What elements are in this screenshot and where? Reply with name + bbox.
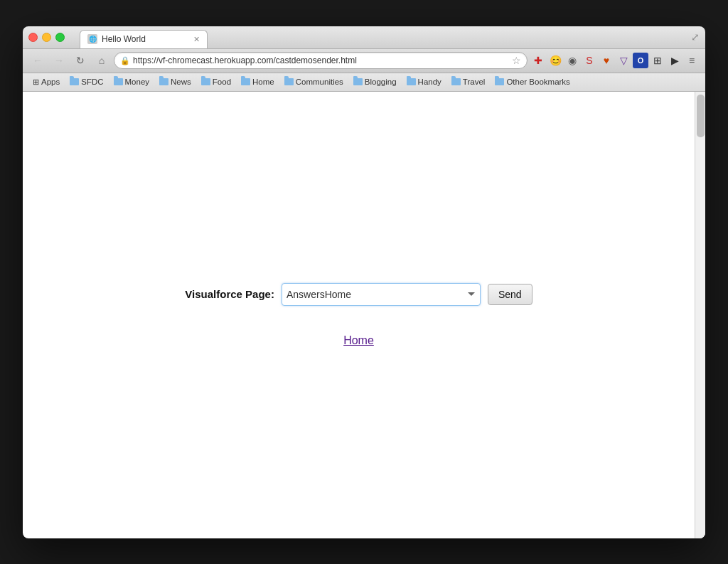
minimize-button[interactable] xyxy=(42,33,51,42)
bookmark-sfdc[interactable]: SFDC xyxy=(65,76,107,87)
url-input[interactable] xyxy=(133,55,509,65)
bookmark-sfdc-label: SFDC xyxy=(81,78,103,86)
folder-icon-money xyxy=(114,78,123,85)
star-icon[interactable]: ☆ xyxy=(512,55,521,66)
folder-icon-handy xyxy=(407,78,416,85)
bookmark-handy[interactable]: Handy xyxy=(402,76,446,87)
ext-icon-5[interactable]: ♥ xyxy=(599,53,614,68)
bookmark-money[interactable]: Money xyxy=(109,76,154,87)
tab-title: Hello World xyxy=(102,34,146,44)
apps-icon: ⊞ xyxy=(33,78,39,87)
bookmark-news-label: News xyxy=(171,78,191,86)
bookmark-travel-label: Travel xyxy=(463,78,486,86)
scrollbar-thumb xyxy=(697,95,705,137)
bookmark-handy-label: Handy xyxy=(418,78,441,86)
address-bar[interactable]: 🔒 ☆ xyxy=(114,52,528,69)
tab-area: 🌐 Hello World ✕ xyxy=(80,26,663,48)
title-bar: 🌐 Hello World ✕ ⤢ xyxy=(23,26,705,49)
send-button[interactable]: Send xyxy=(488,284,532,305)
folder-icon xyxy=(70,78,79,85)
home-link[interactable]: Home xyxy=(343,334,374,347)
ext-icon-8[interactable]: ⊞ xyxy=(650,53,665,68)
bookmark-travel[interactable]: Travel xyxy=(447,76,490,87)
bookmark-food[interactable]: Food xyxy=(197,76,235,87)
scrollbar[interactable] xyxy=(695,92,705,538)
page-content: Visualforce Page: AnswersHome AccountLis… xyxy=(23,92,705,538)
bookmark-money-label: Money xyxy=(125,78,150,86)
home-nav-button[interactable]: ⌂ xyxy=(92,51,111,70)
bookmark-communities[interactable]: Communities xyxy=(280,76,348,87)
folder-icon-other xyxy=(495,78,504,85)
cast-icon[interactable]: ▶ xyxy=(667,53,682,68)
ext-icon-4[interactable]: S xyxy=(582,53,597,68)
bookmark-home-label: Home xyxy=(252,78,274,86)
forward-button[interactable]: → xyxy=(50,51,68,70)
folder-icon-blogging xyxy=(353,78,363,85)
bookmark-blogging[interactable]: Blogging xyxy=(349,76,401,87)
tab-close-button[interactable]: ✕ xyxy=(191,34,201,44)
ext-icon-6[interactable]: ▽ xyxy=(616,53,631,68)
folder-icon-travel xyxy=(451,78,461,85)
bookmarks-bar: ⊞ Apps SFDC Money News Food Home Communi… xyxy=(23,73,705,92)
bookmark-other-label: Other Bookmarks xyxy=(506,78,569,86)
ext-icon-3[interactable]: ◉ xyxy=(564,53,580,68)
folder-icon-communities xyxy=(284,78,294,85)
maximize-button[interactable] xyxy=(55,33,65,42)
nav-bar: ← → ↻ ⌂ 🔒 ☆ ✚ 😊 ◉ S ♥ ▽ O ⊞ ▶ ≡ xyxy=(23,49,705,73)
lock-icon: 🔒 xyxy=(120,56,130,65)
refresh-button[interactable]: ↻ xyxy=(71,51,90,70)
back-button[interactable]: ← xyxy=(28,51,47,70)
folder-icon-home xyxy=(241,78,250,85)
title-bar-right: ⤢ xyxy=(691,31,700,43)
bookmark-apps[interactable]: ⊞ Apps xyxy=(28,76,64,88)
form-row: Visualforce Page: AnswersHome AccountLis… xyxy=(185,283,532,306)
menu-icon[interactable]: ≡ xyxy=(684,53,700,68)
form-label: Visualforce Page: xyxy=(185,288,274,300)
resize-icon: ⤢ xyxy=(691,31,700,43)
nav-icons: ✚ 😊 ◉ S ♥ ▽ O ⊞ ▶ ≡ xyxy=(530,53,700,68)
tab-favicon: 🌐 xyxy=(87,34,97,44)
folder-icon-news xyxy=(159,78,168,85)
close-button[interactable] xyxy=(28,33,38,42)
ext-icon-7[interactable]: O xyxy=(633,53,648,68)
page-select[interactable]: AnswersHome AccountList ContactDetail Op… xyxy=(282,283,481,306)
ext-icon-2[interactable]: 😊 xyxy=(547,53,563,68)
bookmark-blogging-label: Blogging xyxy=(365,78,397,86)
page-main: Visualforce Page: AnswersHome AccountLis… xyxy=(185,283,542,347)
bookmark-food-label: Food xyxy=(213,78,231,86)
ext-icon-1[interactable]: ✚ xyxy=(530,53,546,68)
browser-window: 🌐 Hello World ✕ ⤢ ← → ↻ ⌂ 🔒 ☆ ✚ 😊 ◉ S ♥ … xyxy=(23,26,705,538)
bookmark-news[interactable]: News xyxy=(155,76,196,87)
folder-icon-food xyxy=(201,78,210,85)
bookmark-apps-label: Apps xyxy=(41,78,60,86)
active-tab[interactable]: 🌐 Hello World ✕ xyxy=(80,30,208,48)
bookmark-home[interactable]: Home xyxy=(237,76,279,87)
bookmark-communities-label: Communities xyxy=(296,78,343,86)
bookmark-other[interactable]: Other Bookmarks xyxy=(491,76,574,87)
